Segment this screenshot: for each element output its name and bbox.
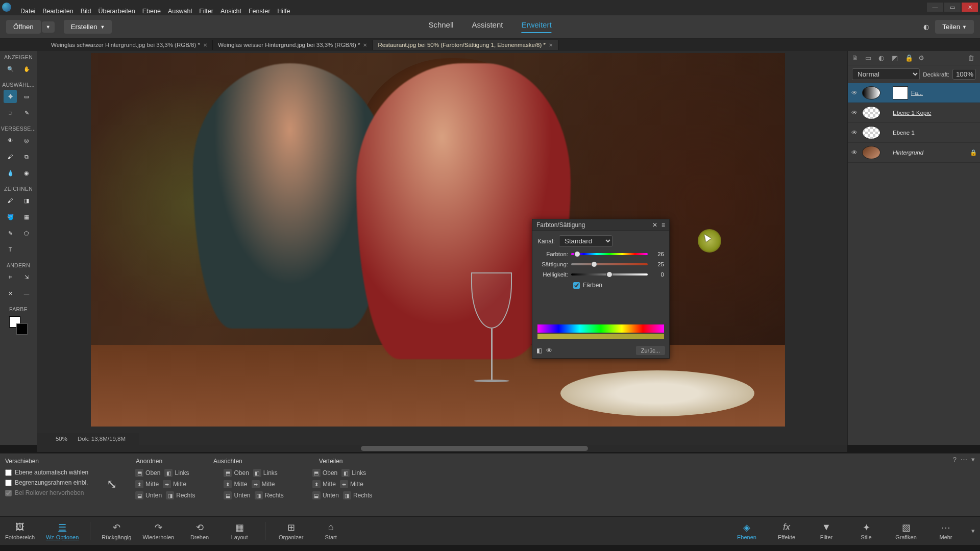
blend-mode-select[interactable]: Normal bbox=[852, 68, 920, 80]
hand-tool[interactable]: ✋ bbox=[20, 62, 33, 76]
expand-icon[interactable]: ▾ bbox=[971, 527, 975, 535]
tab-assistent[interactable]: Assistent bbox=[472, 20, 503, 33]
bbox-checkbox[interactable] bbox=[5, 480, 12, 486]
tb-wzoptionen[interactable]: ☰Wz-Optionen bbox=[46, 522, 79, 540]
layer-row-1[interactable]: 👁 ⚲ Ebene 1 Kopie bbox=[848, 103, 980, 123]
tb-mehr[interactable]: ⋯Mehr bbox=[932, 522, 960, 540]
layer-name[interactable]: Ebene 1 Kopie bbox=[893, 110, 977, 116]
tb-redo[interactable]: ↷Wiederholen bbox=[142, 522, 174, 540]
menu-bearbeiten[interactable]: Bearbeiten bbox=[42, 8, 73, 15]
adjustment-icon[interactable]: ◐ bbox=[878, 54, 887, 62]
tb-organizer[interactable]: ⊞Organizer bbox=[277, 522, 305, 540]
dist2-bottom[interactable]: ⬓Unten bbox=[312, 491, 339, 499]
dist-bottom[interactable]: ⬓Unten bbox=[224, 491, 250, 499]
layer-name[interactable]: Fa... bbox=[911, 90, 977, 96]
dist-vmid[interactable]: ⬍Mitte bbox=[224, 480, 247, 488]
dialog-menu-icon[interactable]: ≡ bbox=[662, 221, 665, 229]
gradient-tool[interactable]: ▦ bbox=[20, 210, 33, 223]
clone-tool[interactable]: ⧉ bbox=[20, 150, 33, 163]
menu-datei[interactable]: Datei bbox=[20, 8, 35, 15]
background-color[interactable] bbox=[16, 323, 28, 335]
zoom-tool[interactable]: 🔍 bbox=[4, 62, 17, 76]
visibility-icon[interactable]: 👁 bbox=[851, 149, 858, 156]
eraser-tool[interactable]: ◨ bbox=[20, 194, 33, 207]
tb-start[interactable]: ⌂Start bbox=[316, 522, 345, 540]
align-vmid[interactable]: ⬍Mitte bbox=[135, 480, 159, 488]
doctab-1[interactable]: Weinglas weisser Hintergrund.jpg bei 33,… bbox=[213, 40, 373, 50]
group-icon[interactable]: ▭ bbox=[865, 54, 873, 62]
menu-ansicht[interactable]: Ansicht bbox=[220, 8, 241, 15]
smartbrush-tool[interactable]: 🖌 bbox=[4, 150, 17, 163]
brush-tool[interactable]: 🖌 bbox=[4, 194, 17, 207]
open-button[interactable]: Öffnen bbox=[6, 20, 41, 34]
arrange-icon[interactable]: ⤡ bbox=[107, 477, 117, 491]
tb-grafiken[interactable]: ▧Grafiken bbox=[892, 522, 920, 540]
tb-filter[interactable]: ▼Filter bbox=[812, 522, 841, 540]
dist2-top[interactable]: ⬒Oben bbox=[312, 469, 337, 477]
layer-name[interactable]: Hintergrund bbox=[893, 149, 967, 156]
theme-toggle-icon[interactable]: ◐ bbox=[923, 23, 929, 31]
shape-tool[interactable]: ⬠ bbox=[20, 227, 33, 240]
layer-thumb[interactable] bbox=[862, 106, 880, 119]
menu-bild[interactable]: Bild bbox=[81, 8, 91, 15]
preview-icon[interactable]: 👁 bbox=[546, 347, 552, 354]
document-canvas[interactable] bbox=[91, 53, 785, 427]
tb-undo[interactable]: ↶Rückgängig bbox=[102, 522, 131, 540]
trash-icon[interactable]: 🗑 bbox=[968, 54, 976, 62]
move-tool[interactable]: ✥ bbox=[4, 90, 17, 103]
crop-tool[interactable]: ⌗ bbox=[4, 270, 17, 284]
close-icon[interactable]: ✕ bbox=[363, 42, 367, 48]
dist-hmid[interactable]: ⬌Mitte bbox=[252, 480, 275, 488]
tab-erweitert[interactable]: Erweitert bbox=[521, 20, 551, 33]
tb-ebenen[interactable]: ◈Ebenen bbox=[732, 522, 761, 540]
recompose-tool[interactable]: ⇲ bbox=[20, 270, 33, 284]
visibility-icon[interactable]: 👁 bbox=[851, 129, 858, 136]
layer-mask-thumb[interactable] bbox=[893, 86, 908, 99]
clip-icon[interactable]: ◧ bbox=[536, 347, 542, 354]
dialog-close-icon[interactable]: ✕ bbox=[652, 221, 657, 229]
menu-hilfe[interactable]: Hilfe bbox=[277, 8, 290, 15]
tb-drehen[interactable]: ⟲Drehen bbox=[185, 522, 214, 540]
align-right[interactable]: ◨Rechts bbox=[166, 491, 195, 499]
dist2-hmid[interactable]: ⬌Mitte bbox=[340, 480, 363, 488]
color-swatches[interactable] bbox=[9, 316, 28, 335]
pencil-tool[interactable]: ✎ bbox=[4, 227, 17, 240]
collapse-icon[interactable]: ▾ bbox=[971, 456, 975, 463]
menu-ebene[interactable]: Ebene bbox=[142, 8, 161, 15]
redeye-tool[interactable]: 👁 bbox=[4, 134, 17, 147]
faerben-checkbox[interactable] bbox=[573, 282, 580, 289]
fx-icon[interactable]: ⚙ bbox=[918, 54, 926, 62]
tb-stile[interactable]: ✦Stile bbox=[852, 522, 880, 540]
quickselect-tool[interactable]: ✎ bbox=[20, 106, 33, 119]
straighten-tool[interactable]: — bbox=[20, 287, 33, 300]
helligkeit-slider[interactable] bbox=[571, 273, 648, 276]
dist-right[interactable]: ◨Rechts bbox=[255, 491, 284, 499]
align-top[interactable]: ⬒Oben bbox=[135, 469, 160, 477]
new-layer-icon[interactable]: 🗎 bbox=[852, 54, 860, 62]
doctab-0[interactable]: Weinglas schwarzer Hintergrund.jpg bei 3… bbox=[46, 40, 213, 50]
menu-filter[interactable]: Filter bbox=[199, 8, 213, 15]
kanal-select[interactable]: Standard bbox=[559, 235, 612, 247]
menu-ueberarbeiten[interactable]: Überarbeiten bbox=[99, 8, 135, 15]
reset-button[interactable]: Zurüc... bbox=[636, 346, 665, 355]
tab-schnell[interactable]: Schnell bbox=[428, 20, 453, 33]
saettigung-slider[interactable] bbox=[571, 263, 648, 265]
blur-tool[interactable]: 💧 bbox=[4, 166, 17, 180]
dist2-vmid[interactable]: ⬍Mitte bbox=[312, 480, 336, 488]
canvas-area[interactable]: Farbton/Sättigung ✕ ≡ Kanal: Standard Fa… bbox=[37, 51, 847, 445]
doctab-2[interactable]: Restaurant.jpg bei 50% (Farbton/Sättigun… bbox=[373, 40, 558, 50]
marquee-tool[interactable]: ▭ bbox=[20, 90, 33, 103]
open-dropdown[interactable]: ▼ bbox=[42, 21, 55, 33]
fill-tool[interactable]: 🪣 bbox=[4, 210, 17, 223]
help-icon[interactable]: ? bbox=[953, 456, 957, 463]
layer-name[interactable]: Ebene 1 bbox=[893, 130, 977, 136]
farbton-slider[interactable] bbox=[571, 253, 648, 255]
dist-top[interactable]: ⬒Oben bbox=[224, 469, 249, 477]
layer-row-3[interactable]: 👁 ⚲ Hintergrund 🔒 bbox=[848, 143, 980, 163]
mask-icon[interactable]: ◩ bbox=[892, 54, 900, 62]
lock-icon[interactable]: 🔒 bbox=[905, 54, 913, 62]
zoom-level[interactable]: 50% bbox=[42, 436, 67, 442]
close-button[interactable]: ✕ bbox=[962, 3, 978, 12]
dist2-left[interactable]: ◧Links bbox=[341, 469, 366, 477]
tb-layout[interactable]: ▦Layout bbox=[225, 522, 254, 540]
